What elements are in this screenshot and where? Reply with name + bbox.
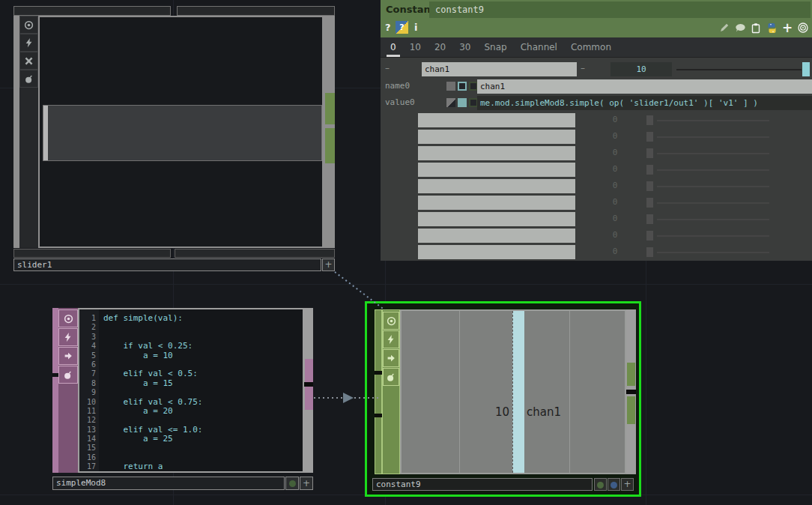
selection-border: 10 chan1 constant9 + (365, 301, 641, 497)
output-connector[interactable] (325, 128, 335, 163)
node-expand-button[interactable]: + (322, 258, 335, 271)
target-icon[interactable] (797, 22, 809, 34)
param-slider-track[interactable] (657, 202, 769, 204)
channel-name-input[interactable]: chan1 (422, 62, 577, 76)
param-mode-toggle[interactable] (458, 98, 467, 107)
blue-dot-icon (610, 482, 617, 489)
param-slider-handle[interactable] (646, 148, 653, 158)
param-empty-name-input[interactable] (418, 229, 575, 243)
param-slider-handle[interactable] (646, 247, 653, 257)
param-slider-handle[interactable] (646, 214, 653, 224)
comment-bubble-icon[interactable] (734, 22, 746, 34)
param-slider-track[interactable] (657, 136, 769, 138)
param-empty-name-input[interactable] (418, 212, 575, 226)
node-state-button[interactable] (285, 477, 299, 490)
node-expand-button[interactable]: + (300, 477, 313, 490)
param-empty-name-input[interactable] (418, 196, 575, 210)
node-expand-button[interactable]: + (621, 478, 634, 491)
slider-panel-viewer[interactable] (38, 16, 324, 248)
code-line (103, 416, 202, 425)
value0-expression-input[interactable]: me.mod.simpleMod8.simple( op( 'slider1/o… (477, 96, 812, 110)
tab-30[interactable]: 30 (452, 37, 477, 58)
edit-pencil-icon[interactable] (718, 22, 730, 34)
param-slider-handle[interactable] (646, 115, 653, 125)
help-button[interactable]: ? (385, 22, 391, 33)
collapse-handle[interactable]: – (385, 63, 390, 73)
clipboard-icon[interactable] (750, 22, 762, 34)
viewer-flag-button[interactable] (58, 309, 78, 327)
bomb-flag-button[interactable] (383, 368, 399, 386)
viewer-flag-button[interactable] (19, 16, 38, 34)
param-slider-track[interactable] (657, 153, 769, 154)
output-connector[interactable] (325, 93, 335, 124)
node-state-button[interactable] (594, 478, 607, 491)
param-empty-name-input[interactable] (418, 163, 575, 177)
param-slider-track[interactable] (657, 235, 769, 237)
param-slider-track[interactable] (657, 252, 769, 253)
node-state-button[interactable] (608, 478, 620, 491)
bomb-icon (24, 73, 34, 84)
param-slider-handle[interactable] (646, 231, 653, 241)
dock-flag-button[interactable] (58, 347, 78, 365)
bypass-flag-button[interactable] (383, 330, 399, 348)
tab-snap[interactable]: Snap (477, 37, 513, 58)
tab-common[interactable]: Common (564, 37, 618, 58)
param-mode-toggle[interactable] (458, 82, 467, 91)
value-slider-track[interactable] (676, 69, 802, 70)
param-empty-name-input[interactable] (418, 245, 575, 259)
bomb-flag-button[interactable] (19, 70, 38, 88)
bypass-flag-button[interactable] (19, 34, 38, 52)
name0-input[interactable]: chan1 (477, 79, 812, 94)
tab-10[interactable]: 10 (403, 37, 428, 58)
export-flag-button[interactable] (383, 349, 399, 367)
param-slider-handle[interactable] (646, 165, 653, 175)
bypass-flag-button[interactable] (58, 328, 78, 346)
collapse-handle[interactable]: – (581, 63, 585, 73)
viewer-flag-button[interactable] (383, 312, 399, 330)
node-simpleMod8[interactable]: 1234567891011121314151617 def simple(val… (52, 308, 313, 491)
param-empty-name-input[interactable] (418, 113, 575, 127)
node-slider1[interactable]: slider1 + (13, 16, 335, 271)
slider-handle[interactable] (43, 106, 48, 160)
param-empty-name-input[interactable] (418, 130, 575, 144)
param-slider-handle[interactable] (646, 181, 653, 191)
param-slider-track[interactable] (657, 219, 769, 220)
param-slider-track[interactable] (657, 120, 769, 121)
operator-name-field[interactable]: constant9 (429, 1, 811, 18)
param-slider-track[interactable] (657, 186, 769, 187)
param-slider-handle[interactable] (646, 132, 653, 142)
bomb-flag-button[interactable] (58, 366, 78, 384)
channel-value-input[interactable]: 10 (610, 62, 672, 76)
code-viewer[interactable]: 1234567891011121314151617 def simple(val… (78, 308, 304, 473)
param-slider-handle[interactable] (646, 198, 653, 208)
node-name-field[interactable]: constant9 (372, 478, 593, 491)
info-button[interactable]: i (414, 22, 417, 33)
param-slider-track[interactable] (657, 169, 769, 171)
output-connector[interactable] (627, 396, 635, 424)
python-icon[interactable] (766, 22, 778, 34)
add-plus-icon[interactable]: + (781, 22, 793, 34)
output-connector[interactable] (305, 359, 313, 382)
node-name-field[interactable]: slider1 (13, 258, 321, 271)
tab-20[interactable]: 20 (428, 37, 452, 58)
slider-track[interactable] (43, 105, 322, 161)
input-connector-strip[interactable] (375, 309, 382, 474)
tab-channel[interactable]: Channel (514, 37, 564, 58)
input-connector-strip[interactable] (52, 308, 58, 473)
param-mode-toggle[interactable] (446, 98, 455, 107)
node-constant9[interactable]: 10 chan1 constant9 + (370, 307, 636, 494)
code-line-number: 7 (79, 369, 99, 378)
param-mode-toggle[interactable] (446, 82, 455, 91)
output-connector[interactable] (627, 363, 635, 386)
tab-0[interactable]: 0 (384, 37, 403, 58)
close-flag-button[interactable] (19, 52, 38, 70)
input-connector-strip[interactable] (13, 16, 19, 248)
node-name-field[interactable]: simpleMod8 (52, 477, 285, 490)
param-empty-name-input[interactable] (418, 179, 575, 193)
param-empty-name-input[interactable] (418, 146, 575, 160)
value-slider-handle[interactable] (802, 62, 810, 76)
output-connector[interactable] (305, 387, 313, 410)
chop-channel-viewer[interactable]: 10 chan1 (400, 309, 626, 474)
viewer-icon (386, 315, 397, 327)
python-help-button[interactable]: ? (396, 21, 408, 34)
